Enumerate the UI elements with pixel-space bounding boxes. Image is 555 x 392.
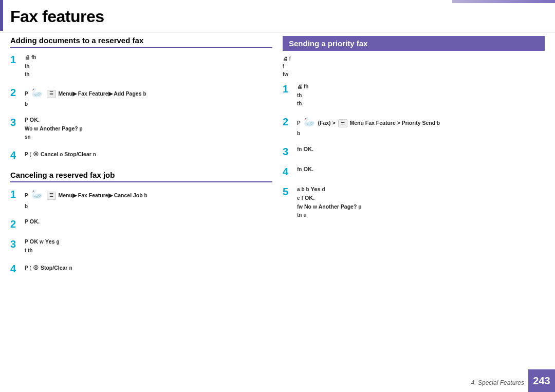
section1-divider [10, 47, 272, 48]
pstep1-icon1: 🖨 [297, 83, 302, 91]
step4-stop: Stop/Clear [64, 151, 91, 157]
menu-icon3: ☰ [338, 119, 347, 127]
step3-by: w [34, 125, 38, 133]
section-canceling: Canceling a reserved fax job 1 P 🦢 ☰ Men… [10, 171, 272, 275]
step-2-content: P 🦢 ☰ Menu▶ Fax Feature▶ Add Pages b b [25, 86, 272, 108]
step1-icon2: th [25, 62, 29, 70]
bird-icon: 🦢 [31, 87, 43, 98]
cancel-step-4-content: P ( ⊗ Stop/Clear n [25, 262, 272, 273]
section2-steps: 1 P 🦢 ☰ Menu▶ Fax Feature▶ Cancel Job b … [10, 188, 272, 275]
pstep5-yes: Yes [311, 186, 321, 192]
top-accent-bar [452, 0, 555, 3]
cstep1-p: P [25, 192, 28, 200]
bird-icon2: 🦢 [31, 189, 43, 199]
cstep2-ok: OK. [30, 218, 40, 225]
priority-step-2: 2 P 🦢 (Fax) > ☰ Menu Fax Feature > Prior… [283, 115, 545, 138]
pstep5-u: u [303, 211, 306, 219]
step-number-3: 3 [10, 116, 25, 128]
step3-sn: sn [25, 133, 31, 141]
priority-step-4: 4 fn OK. [283, 165, 545, 178]
footer-bar: 4. Special Features 243 [452, 369, 555, 392]
cancel-step-number-2: 2 [10, 217, 25, 230]
step-4-add: 4 P ( ⊗ Cancel o Stop/Clear n [10, 148, 272, 161]
priority-step-1: 1 🖨 fh th th [283, 82, 545, 108]
pstep1-fh: fh [304, 83, 308, 91]
cstep3-canceled: th [28, 247, 32, 255]
priority-step-4-content: fn OK. [297, 165, 545, 174]
step2-icon1: P [25, 90, 28, 98]
step2-suffix: b [143, 90, 146, 98]
footer-section-label: 4. Special Features [471, 375, 524, 386]
cstep3-or: w [40, 238, 44, 246]
step-3-add: 3 P OK. Wo w Another Page? p sn [10, 116, 272, 141]
cancel-step-number-3: 3 [10, 237, 25, 250]
intro-icon: 🖨 [283, 55, 288, 63]
pstep5-c: b [306, 185, 309, 194]
step-3-content: P OK. Wo w Another Page? p sn [25, 116, 272, 141]
cstep1-b: b [25, 202, 28, 211]
step-number-4: 4 [10, 148, 25, 161]
page-title: Fax features [10, 7, 104, 26]
priority-step-5: 5 a b b Yes d e f OK. fw No w Another Pa… [283, 185, 545, 219]
step-2-cancel: 2 P OK. [10, 217, 272, 230]
step1-text1: fh [31, 53, 36, 62]
priority-step-number-4: 4 [283, 165, 297, 178]
step-2-add: 2 P 🦢 ☰ Menu▶ Fax Feature▶ Add Pages b b [10, 86, 272, 108]
cancel-icon2: ⊗ [33, 263, 39, 271]
cstep2-p: P [25, 218, 28, 226]
priority-step-3: 3 fn OK. [283, 145, 545, 158]
priority-steps: 1 🖨 fh th th 2 P 🦢 (Fax) > ☰ Menu Fax [283, 82, 545, 219]
pstep5-b: b [301, 185, 304, 194]
pstep2-fax: (Fax) > [318, 120, 337, 126]
title-divider [0, 32, 555, 32]
pstep5-no: No [304, 203, 311, 210]
pstep5-f: f [301, 194, 303, 202]
step-number-2: 2 [10, 86, 25, 99]
pstep4-fn: fn [297, 165, 302, 174]
pstep5-another: Another Page? [319, 203, 357, 210]
step-3-cancel: 3 P OK w Yes g t th [10, 237, 272, 255]
cancel-step-2-content: P OK. [25, 217, 272, 226]
priority-step-number-5: 5 [283, 185, 297, 198]
bird-icon3: 🦢 [304, 117, 315, 127]
step2-line2: b [25, 100, 28, 108]
section-adding-documents: Adding documents to a reserved fax 1 🖨 f… [10, 36, 272, 161]
step-1-cancel: 1 P 🦢 ☰ Menu▶ Fax Feature▶ Cancel Job b … [10, 188, 272, 210]
cancel-step-1-content: P 🦢 ☰ Menu▶ Fax Feature▶ Cancel Job b b [25, 188, 272, 210]
pstep2-menu: Menu [350, 120, 364, 126]
pstep5-a: a [297, 185, 300, 194]
cstep4-stop: Stop/Clear [41, 265, 68, 271]
priority-step-1-content: 🖨 fh th th [297, 82, 545, 108]
step1-text2: th [25, 70, 29, 79]
pstep5-w: w [313, 203, 317, 211]
cstep4-n: n [69, 264, 72, 272]
priority-step-number-3: 3 [283, 145, 297, 158]
section2-heading: Canceling a reserved fax job [10, 171, 272, 179]
step3-p: P [25, 116, 28, 124]
cstep3-t: t [25, 247, 26, 255]
cstep4-p: P [25, 264, 28, 272]
left-accent-bar [0, 0, 3, 31]
menu-icon: ☰ [47, 90, 56, 98]
step-4-cancel: 4 P ( ⊗ Stop/Clear n [10, 262, 272, 275]
intro-line1: f [289, 56, 291, 62]
step4-or: o [60, 151, 63, 159]
pstep2-b: b [437, 119, 440, 127]
pstep3-ok: OK. [303, 146, 313, 152]
step4-suffix: n [93, 151, 96, 159]
pstep2-feature: Fax Feature > Priority Send [365, 120, 435, 126]
cstep1-suffix: b [144, 192, 147, 200]
pstep1-th: th [297, 91, 302, 100]
footer-page-number: 243 [528, 369, 555, 392]
intro-line2: f [283, 64, 284, 69]
pstep4-ok: OK. [303, 166, 313, 172]
priority-intro: 🖨 f f fw [283, 55, 545, 78]
cancel-step-number-4: 4 [10, 262, 25, 275]
cstep3-yes: Yes [45, 238, 55, 245]
cstep1-menu: Menu▶ Fax Feature▶ Cancel Job [58, 192, 142, 198]
step3-ok: OK. [30, 117, 40, 123]
priority-step-number-1: 1 [283, 82, 297, 95]
cancel-step-3-content: P OK w Yes g t th [25, 237, 272, 255]
pstep1-th2: th [297, 100, 302, 108]
section1-heading: Adding documents to a reserved fax [10, 36, 272, 45]
